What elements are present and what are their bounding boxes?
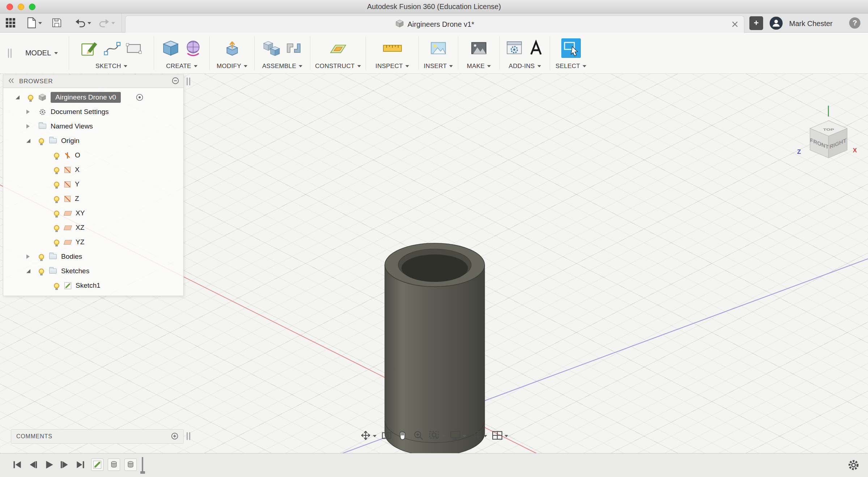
redo-button[interactable]	[98, 16, 115, 30]
activate-component-radio[interactable]	[136, 93, 144, 102]
visibility-bulb-icon[interactable]	[54, 182, 59, 187]
file-menu-button[interactable]	[26, 16, 42, 30]
select-menu-button[interactable]: SELECT	[556, 63, 586, 70]
create-solid-button[interactable]	[161, 38, 180, 59]
browser-item-origin[interactable]: Origin	[3, 134, 183, 148]
expander-icon[interactable]	[16, 96, 28, 100]
close-window-button[interactable]	[7, 4, 13, 10]
browser-item-named-views[interactable]: Named Views	[3, 119, 183, 134]
browser-item-xz-plane[interactable]: XZ	[3, 220, 183, 235]
timeline-go-to-start-button[interactable]	[11, 459, 23, 472]
inspect-menu-button[interactable]: INSPECT	[375, 63, 409, 70]
orbit-button[interactable]	[359, 429, 378, 443]
new-component-button[interactable]	[262, 38, 281, 59]
scripts-addins-button[interactable]	[505, 38, 524, 59]
visibility-bulb-icon[interactable]	[54, 240, 59, 245]
expander-icon[interactable]	[26, 124, 39, 128]
comments-bar[interactable]: COMMENTS	[11, 429, 184, 444]
browser-item-bodies[interactable]: Bodies	[3, 249, 183, 264]
make-menu-button[interactable]: MAKE	[467, 63, 491, 70]
collapse-all-button[interactable]	[172, 77, 179, 85]
look-at-button[interactable]	[380, 429, 393, 443]
timeline-feature-extrude1[interactable]	[108, 459, 120, 471]
zoom-button[interactable]	[412, 429, 425, 443]
panel-resize-handle[interactable]	[187, 77, 190, 85]
help-button[interactable]: ?	[849, 17, 860, 29]
workspace-selector[interactable]: MODEL	[14, 33, 69, 73]
browser-item-x-axis[interactable]: X	[3, 162, 183, 177]
construct-plane-button[interactable]	[328, 38, 348, 59]
expander-icon[interactable]	[26, 269, 39, 273]
save-button[interactable]	[51, 16, 62, 30]
select-tool-button[interactable]	[561, 38, 582, 60]
browser-item-document-settings[interactable]: Document Settings	[3, 105, 183, 119]
measure-button[interactable]	[382, 39, 403, 58]
insert-menu-button[interactable]: INSERT	[424, 63, 453, 70]
make-3d-print-button[interactable]	[469, 38, 489, 59]
browser-item-sketch1[interactable]: Sketch1	[3, 278, 183, 293]
browser-item-sketches[interactable]: Sketches	[3, 264, 183, 278]
document-tab[interactable]: Airgineers Drone v1*	[125, 16, 744, 33]
fonts-addin-button[interactable]	[527, 39, 545, 58]
add-comment-button[interactable]	[171, 432, 178, 441]
press-pull-button[interactable]	[222, 38, 242, 59]
minimize-window-button[interactable]	[18, 4, 24, 10]
expander-icon[interactable]	[26, 254, 39, 259]
timeline-step-forward-button[interactable]	[59, 459, 71, 472]
user-avatar[interactable]	[770, 17, 783, 30]
visibility-bulb-icon[interactable]	[54, 283, 59, 288]
undo-button[interactable]	[75, 16, 91, 30]
visibility-bulb-icon[interactable]	[54, 153, 59, 158]
display-settings-button[interactable]	[448, 429, 467, 443]
modify-menu-button[interactable]: MODIFY	[217, 63, 247, 70]
create-sketch-button[interactable]	[80, 38, 100, 59]
expander-icon[interactable]	[26, 139, 39, 143]
visibility-bulb-icon[interactable]	[39, 269, 44, 274]
model-viewport[interactable]: TOP FRONT RIGHT X Z BROWSER	[0, 74, 868, 453]
browser-item-yz-plane[interactable]: YZ	[3, 235, 183, 249]
timeline-play-button[interactable]	[43, 459, 55, 472]
spline-tool-button[interactable]	[103, 39, 122, 59]
visibility-bulb-icon[interactable]	[39, 138, 44, 144]
view-cube[interactable]: TOP FRONT RIGHT X Z	[801, 114, 856, 172]
sketch-menu-button[interactable]: SKETCH	[95, 63, 127, 70]
timeline-position-marker[interactable]	[142, 457, 143, 473]
visibility-bulb-icon[interactable]	[54, 225, 59, 231]
create-form-button[interactable]	[183, 38, 203, 59]
timeline-go-to-end-button[interactable]	[75, 459, 87, 472]
visibility-bulb-icon[interactable]	[28, 95, 33, 100]
close-tab-button[interactable]	[732, 21, 738, 29]
visibility-bulb-icon[interactable]	[54, 196, 59, 202]
browser-item-root[interactable]: Airgineers Drone v0	[3, 90, 183, 105]
fullscreen-window-button[interactable]	[29, 4, 35, 10]
browser-item-y-axis[interactable]: Y	[3, 177, 183, 191]
joint-button[interactable]	[284, 39, 303, 59]
toolbar-grip-handle[interactable]	[5, 33, 14, 73]
visibility-bulb-icon[interactable]	[54, 167, 59, 173]
timeline-feature-extrude2[interactable]	[124, 459, 137, 471]
viewports-button[interactable]	[490, 429, 509, 443]
grid-snaps-button[interactable]	[469, 429, 488, 443]
insert-image-button[interactable]	[429, 38, 448, 59]
construct-menu-button[interactable]: CONSTRUCT	[315, 63, 361, 70]
browser-item-xy-plane[interactable]: XY	[3, 206, 183, 220]
app-grid-button[interactable]	[5, 16, 16, 30]
rectangle-tool-button[interactable]	[124, 39, 143, 59]
visibility-bulb-icon[interactable]	[39, 254, 44, 259]
new-tab-button[interactable]	[749, 16, 763, 30]
browser-header[interactable]: BROWSER	[3, 75, 183, 88]
comments-resize-handle[interactable]	[187, 432, 190, 440]
timeline-step-back-button[interactable]	[27, 459, 39, 472]
preferences-gear-button[interactable]	[847, 459, 860, 473]
browser-item-origin-point[interactable]: O	[3, 148, 183, 162]
browser-item-z-axis[interactable]: Z	[3, 191, 183, 206]
timeline-feature-sketch1[interactable]	[91, 459, 103, 471]
cylinder-body[interactable]	[380, 232, 489, 460]
addins-menu-button[interactable]: ADD-INS	[509, 63, 541, 70]
assemble-menu-button[interactable]: ASSEMBLE	[262, 63, 302, 70]
visibility-bulb-icon[interactable]	[54, 211, 59, 216]
expander-icon[interactable]	[26, 110, 39, 114]
zoom-window-fit-button[interactable]	[427, 429, 446, 443]
pan-button[interactable]	[396, 429, 409, 443]
collapse-panel-icon[interactable]	[8, 77, 15, 85]
